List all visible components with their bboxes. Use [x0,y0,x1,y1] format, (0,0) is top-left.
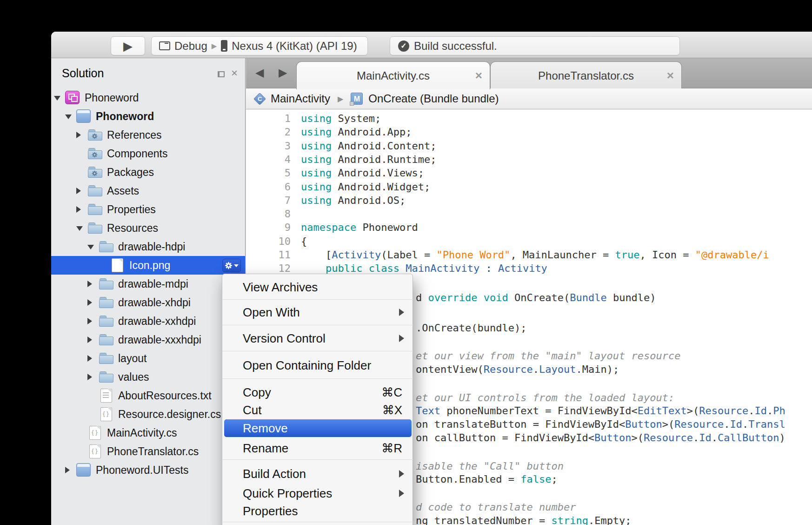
menu-item-cut[interactable]: Cut⌘X [224,401,412,419]
tree-item-drawable-mdpi[interactable]: drawable-mdpi [51,275,246,293]
submenu-arrow-icon [399,309,404,316]
code-fragment: isable the "Call" button [416,459,564,473]
tree-item-mainactivity-cs[interactable]: { }MainActivity.cs [51,424,246,442]
menu-item-remove[interactable]: Remove [224,419,412,437]
tree-item-drawable-xxxhdpi[interactable]: drawable-xxxhdpi [51,330,246,349]
tree-item-icon-png[interactable]: Icon.png [51,256,246,275]
tree-item-label: Phoneword.UITests [96,461,188,479]
tree-item-resources[interactable]: Resources [51,219,246,237]
expand-arrow-icon[interactable] [76,132,81,138]
tree-item-assets[interactable]: Assets [51,182,246,200]
folder-icon [99,240,113,253]
tree-item-components[interactable]: Components [51,144,246,163]
build-target-control[interactable]: Debug ▶ Nexus 4 (KitKat) (API 19) [151,36,368,55]
expand-arrow-icon[interactable] [87,355,92,362]
expand-arrow-icon[interactable] [87,374,92,380]
expand-arrow-icon[interactable] [76,206,81,213]
menu-item-open-with[interactable]: Open With [224,303,412,322]
tree-item-properties[interactable]: Properties [51,200,246,219]
breadcrumb-method[interactable]: OnCreate (Bundle bundle) [368,92,499,105]
tree-item-drawable-xhdpi[interactable]: drawable-xhdpi [51,293,246,312]
solution-pad: Solution × PhonewordPhonewordReferencesC… [51,58,246,525]
submenu-arrow-icon [399,470,404,478]
line-number: 3 [246,139,291,153]
tree-item-packages[interactable]: Packages [51,163,246,182]
run-button[interactable]: ▶ [111,36,145,55]
solution-pad-title: Solution [62,67,104,80]
editor-tab-bar: ◀ ▶ MainActivity.cs × PhoneTranslator.cs… [246,58,812,88]
close-pad-icon[interactable]: × [231,67,238,80]
tree-item-resource-designer-cs[interactable]: { }Resource.designer.cs [51,405,246,424]
tree-item-layout[interactable]: layout [51,349,246,368]
tree-item-phoneword-uitests[interactable]: Phoneword.UITests [51,461,246,479]
folder-icon [99,333,113,346]
collapse-arrow-icon[interactable] [65,114,72,119]
project-icon [76,109,91,123]
collapse-arrow-icon[interactable] [76,226,83,231]
folder-icon [99,277,113,290]
line-number: 7 [246,194,291,207]
tree-item-label: References [107,126,162,144]
chevron-right-icon: ▶ [338,94,343,103]
code-fragment: et our view from the "main" layout resou… [416,349,681,363]
menu-item-version-control[interactable]: Version Control [224,329,412,348]
tree-item-label: Phoneword [85,88,139,107]
tree-item-phoneword[interactable]: Phoneword [51,88,246,107]
folder-icon [87,221,102,235]
tree-item-label: MainActivity.cs [107,424,177,442]
line-number: 4 [246,153,291,166]
expand-arrow-icon[interactable] [87,299,92,306]
tree-item-label: Resources [107,219,158,237]
menu-item-view-archives[interactable]: View Archives [224,278,412,296]
close-icon[interactable]: × [667,68,674,83]
code-fragment: on callButton = FindViewById<Button>(Res… [416,431,785,444]
tab-phonetranslator[interactable]: PhoneTranslator.cs × [490,61,682,89]
line-number: 2 [246,125,291,139]
menu-separator [223,351,413,351]
menu-item-build-action[interactable]: Build Action [224,465,412,483]
expand-arrow-icon[interactable] [65,467,70,473]
navigate-back-icon[interactable]: ◀ [255,66,264,79]
build-status-text: Build successful. [414,40,497,53]
menu-separator [223,299,413,300]
tree-item-phoneword[interactable]: Phoneword [51,107,246,126]
navigate-forward-icon[interactable]: ▶ [279,66,287,79]
tree-item-drawable-xxhdpi[interactable]: drawable-xxhdpi [51,312,246,330]
menu-item-label: Version Control [243,331,326,346]
menu-item-rename[interactable]: Rename⌘R [224,439,412,457]
device-icon [221,40,227,52]
close-icon[interactable]: × [475,68,482,83]
tree-item-phonetranslator-cs[interactable]: { }PhoneTranslator.cs [51,442,246,461]
expand-arrow-icon[interactable] [87,281,92,287]
menu-separator [223,325,413,325]
line-number: 8 [246,207,291,221]
dock-pad-icon[interactable] [218,71,225,77]
tree-item-references[interactable]: References [51,126,246,144]
menu-item-quick-properties[interactable]: Quick Properties [224,485,412,502]
code-line: 2using Android.App; [246,125,412,139]
file-icon [110,258,124,272]
configuration-label[interactable]: Debug [174,40,207,53]
menu-separator [223,378,413,379]
folder-icon [99,296,113,309]
device-label[interactable]: Nexus 4 (KitKat) (API 19) [232,40,357,53]
tree-item-aboutresources-txt[interactable]: AboutResources.txt [51,386,246,405]
breadcrumb-class[interactable]: MainActivity [271,92,330,105]
expand-arrow-icon[interactable] [76,188,81,194]
code-line: 4using Android.Runtime; [246,153,436,166]
menu-item-copy[interactable]: Copy⌘C [224,384,412,401]
line-number: 10 [246,235,291,248]
tab-mainactivity[interactable]: MainActivity.cs × [296,61,490,89]
item-options-gear-button[interactable] [222,259,241,272]
expand-arrow-icon[interactable] [87,318,92,324]
menu-item-open-containing-folder[interactable]: Open Containing Folder [224,356,412,375]
collapse-arrow-icon[interactable] [54,96,60,101]
tree-item-label: Icon.png [129,256,170,275]
tree-item-values[interactable]: values [51,368,246,386]
collapse-arrow-icon[interactable] [87,245,94,249]
menu-item-properties[interactable]: Properties [224,502,412,520]
folder-icon [99,370,113,384]
tree-item-drawable-hdpi[interactable]: drawable-hdpi [51,237,246,256]
expand-arrow-icon[interactable] [87,337,92,343]
line-number: 5 [246,166,291,180]
